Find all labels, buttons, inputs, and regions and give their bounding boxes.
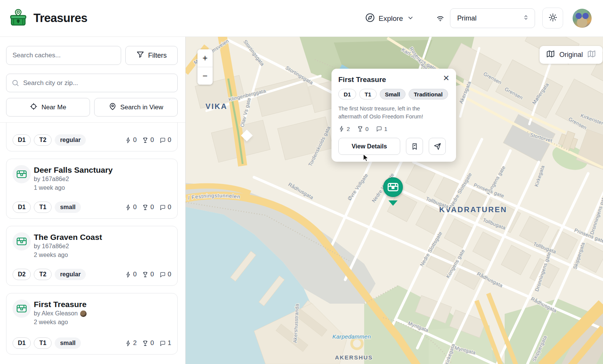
cache-card[interactable]: D1 T2 regular 0 0 0 <box>6 122 178 151</box>
wifi-icon <box>435 14 445 24</box>
trophy-icon <box>142 137 148 143</box>
app-title: Treasures <box>33 11 87 25</box>
brand[interactable]: Treasures <box>9 8 87 28</box>
popup-title: First Treasure <box>338 76 449 84</box>
map-pin-icon <box>109 102 117 112</box>
comment-icon <box>159 137 166 143</box>
marker-tip <box>388 200 398 206</box>
locate-icon <box>30 102 38 112</box>
near-me-button[interactable]: Near Me <box>6 98 90 117</box>
close-icon[interactable]: ✕ <box>441 72 451 83</box>
zoom-in-button[interactable]: + <box>197 49 213 67</box>
cache-chest-icon <box>13 232 31 251</box>
zap-icon <box>125 204 131 211</box>
trophy-icon <box>142 204 148 211</box>
size-badge: Small <box>380 89 406 99</box>
cache-title: The Graven Coast <box>34 232 171 242</box>
cache-author: by 167a86e2 <box>34 242 171 251</box>
comment-icon <box>159 340 166 347</box>
cache-time: 1 week ago <box>34 184 171 192</box>
zoom-out-button[interactable]: − <box>197 67 213 85</box>
zap-icon <box>338 126 345 132</box>
cache-author: by 167a86e2 <box>34 175 171 184</box>
cache-card[interactable]: The Graven Coast by 167a86e2 2 weeks ago… <box>6 226 178 286</box>
difficulty-badge: D1 <box>13 337 31 349</box>
size-badge: regular <box>55 269 86 280</box>
treasure-marker[interactable] <box>383 177 403 197</box>
map-icon <box>546 50 555 60</box>
popup-description: The first Nostr treasure, left in the af… <box>338 105 433 121</box>
view-details-button[interactable]: View Details <box>338 138 400 155</box>
cache-chest-icon <box>13 299 31 318</box>
terrain-badge: T2 <box>34 134 52 146</box>
terrain-badge: T2 <box>34 269 52 280</box>
zap-icon <box>125 271 131 278</box>
user-avatar[interactable] <box>573 9 592 28</box>
cache-title: Deer Falls Sanctuary <box>34 165 171 175</box>
filters-button[interactable]: Filters <box>125 46 178 65</box>
size-badge: small <box>55 337 81 349</box>
compass-icon <box>365 13 375 24</box>
terrain-badge: T1 <box>34 202 52 213</box>
treasure-chest-logo-icon <box>9 8 27 28</box>
explore-menu[interactable]: Explore <box>365 0 414 37</box>
map-alt-icon <box>587 50 596 60</box>
difficulty-badge: D1 <box>13 202 31 213</box>
relay-select-value: Primal <box>457 14 522 22</box>
bookmark-icon <box>411 143 418 150</box>
funnel-icon <box>136 50 144 60</box>
send-icon <box>434 143 441 150</box>
cache-time: 2 weeks ago <box>34 318 171 327</box>
search-in-view-button[interactable]: Search in View <box>94 98 178 117</box>
comment-icon <box>159 204 166 211</box>
share-button[interactable] <box>429 138 446 155</box>
search-caches-input[interactable] <box>6 46 121 65</box>
relay-select[interactable]: Primal <box>450 8 535 28</box>
cache-stats: 0 0 0 <box>125 136 171 144</box>
area-label: AKERSHUS <box>335 354 373 361</box>
water-label: Karpedammen <box>332 333 371 340</box>
app-window: Treasures Explore Primal <box>0 0 603 364</box>
near-me-label: Near Me <box>41 104 66 111</box>
difficulty-badge: D1 <box>13 134 31 146</box>
cache-time: 2 weeks ago <box>34 251 171 260</box>
cache-card[interactable]: Deer Falls Sanctuary by 167a86e2 1 week … <box>6 159 178 219</box>
cache-chest-icon <box>13 165 31 183</box>
size-badge: regular <box>55 134 86 146</box>
bookmark-button[interactable] <box>406 138 423 155</box>
zap-icon <box>125 137 131 143</box>
chevrons-up-down-icon <box>522 14 529 23</box>
theme-toggle-button[interactable] <box>542 8 563 28</box>
cache-list: D1 T2 regular 0 0 0 Deer Falls Sanctuary… <box>0 122 185 364</box>
sidebar: Filters Near Me Search in <box>0 37 186 364</box>
map-layer-button[interactable]: Original <box>540 46 603 64</box>
trophy-icon <box>142 340 148 347</box>
district-label: VIKA <box>205 102 227 110</box>
map[interactable]: VIKA KVADRATUREN AKERSHUS Karpedammen St… <box>186 37 603 364</box>
filters-label: Filters <box>148 52 167 60</box>
author-avatar <box>80 310 87 317</box>
type-badge: Traditional <box>409 89 448 99</box>
cache-popup: ✕ First Treasure D1 T1 Small Traditional… <box>331 69 456 162</box>
cache-stats: 0 0 0 <box>125 203 171 211</box>
chevron-down-icon <box>407 14 414 23</box>
difficulty-badge: D1 <box>338 89 356 99</box>
sun-icon <box>548 13 557 23</box>
header: Treasures Explore Primal <box>0 0 603 37</box>
terrain-badge: T1 <box>359 89 377 99</box>
search-city-input[interactable] <box>6 74 178 92</box>
cache-card[interactable]: First Treasure by Alex Gleason 2 weeks a… <box>6 293 178 355</box>
search-icon <box>11 79 19 88</box>
trophy-icon <box>142 271 148 278</box>
treasure-chest-icon <box>387 182 399 192</box>
explore-label: Explore <box>379 14 403 23</box>
cache-stats: 0 0 0 <box>125 271 171 278</box>
zap-icon <box>125 340 131 347</box>
map-zoom-control: + − <box>197 49 213 85</box>
cache-stats: 2 0 1 <box>125 339 171 347</box>
popup-stats: 2 0 1 <box>338 126 449 132</box>
cache-title: First Treasure <box>34 299 171 309</box>
comment-icon <box>376 126 382 132</box>
comment-icon <box>159 271 166 278</box>
search-in-view-label: Search in View <box>120 104 163 111</box>
